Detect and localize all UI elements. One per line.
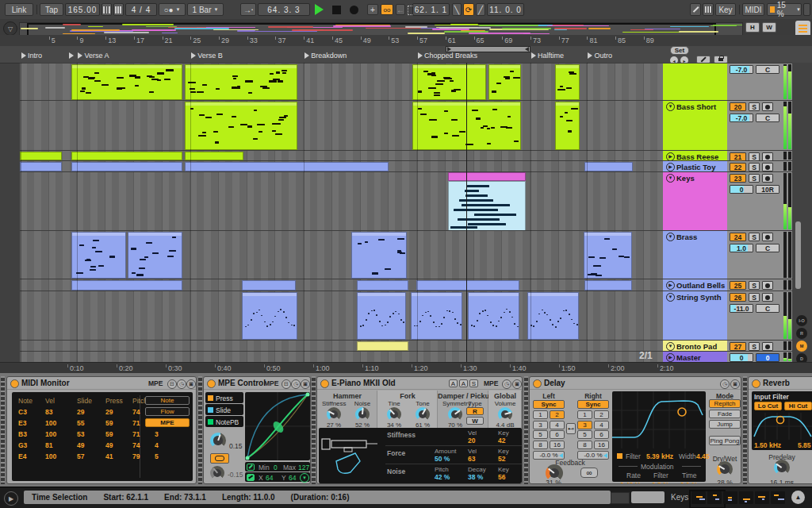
key-map-button[interactable]: Key bbox=[715, 3, 736, 16]
cell-value[interactable]: 42 bbox=[498, 437, 505, 444]
min-value[interactable]: 0 bbox=[274, 464, 278, 471]
min-max-curve-icon[interactable] bbox=[247, 464, 255, 471]
mixer-section-toggle-m[interactable]: M bbox=[796, 341, 807, 352]
pan-field[interactable]: C bbox=[756, 244, 779, 252]
computer-midi-keyboard-icon[interactable] bbox=[703, 3, 714, 16]
punch-out-icon[interactable]: ╱ bbox=[476, 3, 485, 16]
track-header[interactable]: ▶Plastic Toy22S bbox=[663, 160, 793, 171]
locator-flag-icon[interactable] bbox=[304, 52, 309, 59]
mod-filter-value[interactable]: 0.8 % bbox=[652, 481, 669, 484]
right-beat-16[interactable]: 16 bbox=[594, 441, 609, 449]
fold-arrow-icon[interactable]: ▶ bbox=[666, 163, 675, 171]
close-overview-icon[interactable]: ▽ bbox=[3, 21, 17, 36]
max-value[interactable]: 127 bbox=[298, 464, 309, 471]
save-preset-icon[interactable]: ▣ bbox=[730, 379, 740, 389]
knob[interactable] bbox=[416, 407, 430, 421]
locator-row[interactable]: Set ◂ ▸ IntroVerse AVerse BBreakdownChop… bbox=[0, 46, 812, 64]
midi-clip[interactable] bbox=[584, 280, 632, 291]
type-button-r[interactable]: R bbox=[466, 407, 484, 415]
expand-icon[interactable]: ▼ bbox=[300, 473, 309, 483]
mode-jump[interactable]: Jump bbox=[709, 420, 741, 429]
track-name[interactable]: Keys bbox=[676, 174, 695, 183]
clip-title-bar[interactable] bbox=[448, 172, 526, 181]
hi-cut-button[interactable]: Hi Cut bbox=[784, 402, 812, 410]
midi-clip[interactable] bbox=[242, 280, 296, 291]
monitor-tab-flow[interactable]: Flow bbox=[145, 407, 190, 416]
right-beat-8[interactable]: 8 bbox=[577, 441, 592, 449]
cell-value[interactable]: 52 bbox=[498, 455, 505, 463]
midi-clip[interactable] bbox=[411, 292, 462, 340]
fold-icon[interactable]: ⊟ bbox=[167, 379, 177, 389]
track-number[interactable]: 22 bbox=[730, 163, 746, 171]
arrangement-position-field[interactable]: 64. 3. 3 bbox=[258, 3, 310, 16]
mpe-curve-display[interactable] bbox=[245, 392, 310, 460]
left-beat-4[interactable]: 4 bbox=[550, 421, 565, 429]
solo-button[interactable]: S bbox=[749, 342, 760, 351]
arm-button[interactable] bbox=[762, 163, 773, 171]
nudge-up-icon[interactable] bbox=[113, 3, 124, 16]
midi-clip[interactable] bbox=[416, 280, 519, 291]
track-header[interactable]: -7.0C bbox=[663, 63, 793, 100]
locator-label[interactable]: Verse A bbox=[84, 52, 109, 60]
midi-clip[interactable] bbox=[71, 162, 182, 171]
volume-field[interactable]: 0 bbox=[730, 185, 753, 194]
locator-label[interactable]: Verse B bbox=[197, 52, 223, 60]
track-color-swatch[interactable]: ▶Master bbox=[663, 352, 727, 362]
rate-value[interactable]: 0.46 Hz bbox=[620, 481, 643, 484]
track-lane[interactable] bbox=[20, 150, 663, 160]
mode-fade[interactable]: Fade bbox=[709, 410, 741, 418]
right-offset-field[interactable]: -0.0 % bbox=[577, 451, 609, 460]
midi-clip[interactable] bbox=[185, 152, 243, 160]
right-beat-5[interactable]: 5 bbox=[577, 430, 592, 439]
pan-field[interactable]: C bbox=[756, 114, 779, 122]
midi-clip[interactable] bbox=[20, 162, 62, 171]
knob[interactable] bbox=[210, 433, 226, 448]
volume-field[interactable]: -7.0 bbox=[730, 114, 753, 122]
draw-pencil-icon[interactable] bbox=[690, 3, 701, 16]
record-button[interactable] bbox=[350, 6, 358, 14]
back-to-arrangement-button[interactable]: ← bbox=[396, 4, 405, 15]
quantization-menu[interactable]: 1 Bar▼ bbox=[187, 3, 224, 16]
midi-clip[interactable] bbox=[357, 341, 408, 351]
left-beat-8[interactable]: 8 bbox=[533, 441, 548, 449]
right-beat-3[interactable]: 3 bbox=[577, 421, 592, 429]
knob[interactable] bbox=[546, 464, 563, 482]
midi-clip[interactable] bbox=[71, 232, 126, 279]
arrangement-clip-area[interactable] bbox=[20, 63, 663, 362]
fold-arrow-icon[interactable]: ▼ bbox=[666, 233, 675, 241]
cpu-meter[interactable]: 15 %▼ bbox=[767, 3, 802, 16]
track-name[interactable]: Brass bbox=[676, 233, 697, 241]
left-beat-1[interactable]: 1 bbox=[533, 410, 548, 419]
knob[interactable] bbox=[327, 407, 341, 421]
track-number[interactable]: 27 bbox=[730, 342, 746, 351]
solo-button[interactable]: S bbox=[749, 233, 760, 241]
track-color-swatch[interactable]: ▼String Synth bbox=[663, 291, 727, 340]
solo-button[interactable]: S bbox=[749, 174, 760, 183]
new-button[interactable]: + bbox=[367, 4, 378, 15]
cell-value[interactable]: 42 % bbox=[435, 473, 450, 481]
midi-map-button[interactable]: MIDI bbox=[742, 3, 764, 16]
save-preset-icon[interactable]: ▣ bbox=[186, 379, 196, 389]
punch-in-icon[interactable]: ╲ bbox=[452, 3, 462, 16]
midi-clip[interactable] bbox=[351, 232, 407, 279]
filter-freq-value[interactable]: 1.50 kHz bbox=[754, 441, 781, 449]
track-lane[interactable] bbox=[20, 100, 663, 150]
aas-button-3[interactable]: S bbox=[469, 379, 478, 387]
freeze-button[interactable]: ∞ bbox=[580, 468, 598, 478]
beat-time-ruler[interactable]: 5913172125293337414549535761656973778185… bbox=[0, 35, 812, 46]
selected-midi-clip[interactable] bbox=[448, 181, 526, 231]
left-beat-3[interactable]: 3 bbox=[533, 421, 548, 429]
hot-swap-icon[interactable]: ◷ bbox=[502, 379, 511, 389]
time-signature-field[interactable]: 4 / 4 bbox=[125, 3, 157, 16]
fold-arrow-icon[interactable]: ▶ bbox=[666, 353, 675, 362]
x-value[interactable]: 64 bbox=[266, 474, 273, 482]
solo-button[interactable]: S bbox=[749, 293, 760, 302]
link-button[interactable]: Link bbox=[5, 3, 33, 16]
mpe-toggle-slide[interactable]: Slide bbox=[205, 404, 243, 415]
vertical-scrollbar[interactable] bbox=[795, 221, 801, 289]
save-preset-icon[interactable]: ▣ bbox=[512, 379, 522, 389]
locator-flag-icon[interactable] bbox=[78, 52, 82, 59]
arm-button[interactable] bbox=[762, 233, 773, 241]
midi-clip[interactable] bbox=[488, 64, 521, 100]
mixer-section-toggle-r[interactable]: R bbox=[796, 328, 807, 339]
